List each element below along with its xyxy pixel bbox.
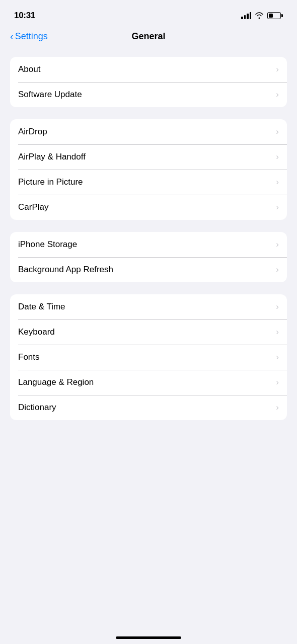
label-date-time: Date & Time bbox=[18, 302, 65, 312]
row-dictionary[interactable]: Dictionary› bbox=[10, 395, 287, 420]
row-language-region[interactable]: Language & Region› bbox=[10, 370, 287, 395]
chevron-right-icon: › bbox=[276, 127, 279, 137]
status-bar: 10:31 bbox=[0, 0, 297, 27]
row-date-time[interactable]: Date & Time› bbox=[10, 294, 287, 319]
label-iphone-storage: iPhone Storage bbox=[18, 239, 77, 250]
chevron-right-icon: › bbox=[276, 202, 279, 212]
status-time: 10:31 bbox=[14, 11, 35, 21]
label-fonts: Fonts bbox=[18, 352, 40, 362]
chevron-right-icon: › bbox=[276, 352, 279, 362]
section-system2: Date & Time›Keyboard›Fonts›Language & Re… bbox=[10, 294, 287, 420]
label-carplay: CarPlay bbox=[18, 202, 48, 212]
section-system: About›Software Update› bbox=[10, 57, 287, 107]
home-indicator bbox=[116, 636, 181, 639]
row-about[interactable]: About› bbox=[10, 57, 287, 82]
label-airdrop: AirDrop bbox=[18, 127, 47, 137]
section-connectivity: AirDrop›AirPlay & Handoff›Picture in Pic… bbox=[10, 119, 287, 220]
row-picture-in-picture[interactable]: Picture in Picture› bbox=[10, 170, 287, 195]
back-chevron-icon: ‹ bbox=[10, 31, 14, 42]
chevron-right-icon: › bbox=[276, 302, 279, 312]
chevron-right-icon: › bbox=[276, 177, 279, 187]
chevron-right-icon: › bbox=[276, 265, 279, 275]
label-picture-in-picture: Picture in Picture bbox=[18, 177, 83, 187]
nav-bar: ‹ Settings General bbox=[0, 27, 297, 48]
label-software-update: Software Update bbox=[18, 90, 82, 100]
row-iphone-storage[interactable]: iPhone Storage› bbox=[10, 232, 287, 257]
label-keyboard: Keyboard bbox=[18, 327, 55, 337]
status-icons bbox=[241, 12, 283, 19]
chevron-right-icon: › bbox=[276, 90, 279, 100]
chevron-right-icon: › bbox=[276, 377, 279, 387]
label-about: About bbox=[18, 64, 40, 74]
chevron-right-icon: › bbox=[276, 239, 279, 250]
label-dictionary: Dictionary bbox=[18, 403, 56, 413]
chevron-right-icon: › bbox=[276, 152, 279, 162]
row-airdrop[interactable]: AirDrop› bbox=[10, 119, 287, 144]
label-airplay-handoff: AirPlay & Handoff bbox=[18, 152, 86, 162]
back-button[interactable]: ‹ Settings bbox=[10, 31, 48, 42]
settings-sections: About›Software Update›AirDrop›AirPlay & … bbox=[0, 57, 297, 420]
wifi-icon bbox=[255, 12, 264, 19]
signal-icon bbox=[241, 12, 251, 19]
page-title: General bbox=[131, 31, 165, 42]
back-label: Settings bbox=[15, 31, 48, 42]
label-language-region: Language & Region bbox=[18, 377, 94, 387]
chevron-right-icon: › bbox=[276, 327, 279, 337]
chevron-right-icon: › bbox=[276, 64, 279, 74]
row-fonts[interactable]: Fonts› bbox=[10, 345, 287, 370]
battery-icon bbox=[267, 12, 283, 19]
row-carplay[interactable]: CarPlay› bbox=[10, 195, 287, 220]
row-airplay-handoff[interactable]: AirPlay & Handoff› bbox=[10, 144, 287, 170]
row-keyboard[interactable]: Keyboard› bbox=[10, 319, 287, 345]
row-background-app-refresh[interactable]: Background App Refresh› bbox=[10, 257, 287, 282]
row-software-update[interactable]: Software Update› bbox=[10, 82, 287, 107]
chevron-right-icon: › bbox=[276, 403, 279, 413]
section-storage: iPhone Storage›Background App Refresh› bbox=[10, 232, 287, 282]
label-background-app-refresh: Background App Refresh bbox=[18, 265, 113, 275]
